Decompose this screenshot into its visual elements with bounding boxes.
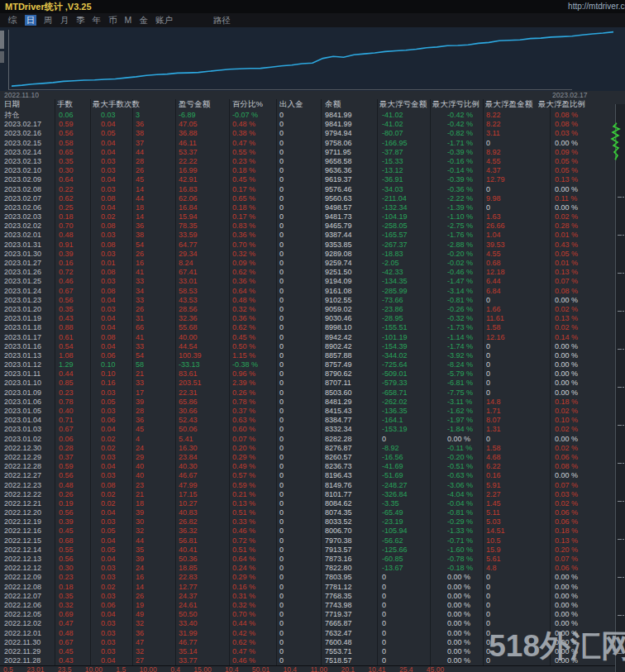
table-cell: 0.45 xyxy=(59,647,74,656)
column-header[interactable]: 最大浮盈比例 xyxy=(538,99,625,110)
table-row[interactable]: 2023.01.230.560.043343.530.48 %09102.55-… xyxy=(0,296,625,305)
menu-item-币[interactable]: 币 xyxy=(108,15,117,26)
table-row[interactable]: 2023.01.040.710.063652.430.63 %08384.77-… xyxy=(0,416,625,425)
column-header[interactable]: 最大浮盈金额 xyxy=(485,99,538,110)
table-row[interactable]: 2023.02.060.250.041816.840.18 %09498.57-… xyxy=(0,203,625,212)
table-row[interactable]: 2022.12.090.230.031622.830.29 %07803.950… xyxy=(0,573,625,582)
table-cell: 4.8 xyxy=(486,564,497,573)
table-cell: 0.08 xyxy=(101,481,116,490)
left-scroll-grip[interactable] xyxy=(0,31,4,49)
right-scrollbar-rail[interactable] xyxy=(615,104,625,672)
table-row[interactable]: 2022.12.120.300.032418.850.24 %07822.80-… xyxy=(0,564,625,573)
table-cell: -3.06 % xyxy=(447,481,473,490)
column-header[interactable]: 余额 xyxy=(325,99,375,110)
table-row[interactable]: 2023.01.200.350.032628.560.32 %09059.02-… xyxy=(0,305,625,314)
table-row[interactable]: 2022.12.190.390.033026.820.33 %08033.52-… xyxy=(0,517,625,527)
left-scroll-grip2[interactable] xyxy=(0,51,4,63)
table-row[interactable]: 2023.02.150.580.043746.110.47 %09758.06-… xyxy=(0,139,625,148)
vendor-url[interactable]: http://mtdriver.cn xyxy=(568,2,625,11)
menu-item-金[interactable]: 金 xyxy=(139,15,148,26)
table-row[interactable]: 2022.12.270.560.034046.670.57 %08196.43-… xyxy=(0,471,625,480)
menu-item-综[interactable]: 综 xyxy=(8,15,17,26)
table-cell: 12.77 xyxy=(179,583,198,592)
menu-item-月[interactable]: 月 xyxy=(60,15,69,26)
table-row[interactable]: 2022.12.160.450.053236.320.46 %08006.70-… xyxy=(0,527,625,536)
table-row[interactable]: 2023.01.060.780.053965.860.78 %08481.29-… xyxy=(0,398,625,407)
table-row[interactable]: 2022.12.130.560.043950.360.64 %07873.16-… xyxy=(0,555,625,564)
table-row[interactable]: 2022.12.290.370.032923.840.29 %08260.57-… xyxy=(0,453,625,462)
table-row[interactable]: 2022.12.050.690.044950.500.70 %07719.370… xyxy=(0,610,625,619)
table-row[interactable]: 2023.02.140.650.044453.370.55 %09711.95-… xyxy=(0,148,625,157)
table-cell: 0.07 % xyxy=(555,277,578,286)
table-row[interactable]: 2023.01.121.290.1058-33.13-0.38 %08757.4… xyxy=(0,360,625,369)
table-cell: 8282.28 xyxy=(325,435,352,444)
table-row[interactable]: 2023.01.310.910.085464.770.70 %09353.85-… xyxy=(0,241,625,250)
column-header[interactable]: 日期 xyxy=(4,99,54,110)
table-row[interactable]: 2023.02.100.300.032616.990.18 %09636.36-… xyxy=(0,166,625,175)
table-row[interactable]: 2023.01.250.460.033333.010.36 %09194.09-… xyxy=(0,277,625,286)
table-row[interactable]: 2022.12.230.480.082347.990.59 %08149.76-… xyxy=(0,481,625,490)
table-row[interactable]: 2023.02.080.220.031416.830.17 %09576.46-… xyxy=(0,185,625,194)
menu-item-路径[interactable]: 路径 xyxy=(213,15,231,26)
table-cell: 0 xyxy=(279,305,284,314)
table-row[interactable]: 2023.01.260.720.084167.410.62 %09251.50-… xyxy=(0,268,625,277)
table-row[interactable]: 2022.12.060.320.061924.610.32 %07743.980… xyxy=(0,601,625,610)
table-row[interactable]: 2022.12.200.560.043940.830.51 %08074.35-… xyxy=(0,508,625,517)
menu-item-M[interactable]: M xyxy=(125,15,132,26)
table-row[interactable]: 2023.01.131.080.0654100.391.15 %08857.88… xyxy=(0,351,625,360)
equity-chart[interactable] xyxy=(0,27,625,91)
table-row[interactable]: 2023.02.130.350.032822.220.23 %09658.58-… xyxy=(0,157,625,166)
table-row[interactable]: 2023.02.070.620.084462.060.65 %09560.63-… xyxy=(0,194,625,203)
column-header[interactable]: 手数 xyxy=(57,99,90,110)
table-row[interactable]: 2023.01.190.430.043132.360.36 %09030.46-… xyxy=(0,314,625,323)
table-row[interactable]: 2022.12.070.350.032624.370.31 %07768.350… xyxy=(0,592,625,601)
table-row[interactable]: 2022.12.220.260.022117.150.21 %08101.77-… xyxy=(0,490,625,499)
table-cell: 0.04 xyxy=(101,610,116,619)
table-row[interactable]: 2023.01.110.440.102183.610.96 %08790.62-… xyxy=(0,369,625,379)
table-row[interactable]: 2023.01.020.060.0245.410.07 %08282.2800.… xyxy=(0,435,625,444)
table-cell: 0.05 % xyxy=(555,157,578,166)
table-row[interactable]: 持仓0.060.033-6.89-0.07 %09841.99-41.02-0.… xyxy=(0,111,625,120)
table-row[interactable]: 2023.01.100.850.1633203.512.39 %08707.11… xyxy=(0,379,625,388)
table-row[interactable]: 2023.01.170.610.084140.000.45 %08942.42-… xyxy=(0,333,625,342)
menu-item-年[interactable]: 年 xyxy=(93,15,102,26)
table-row[interactable]: 2023.02.010.480.033833.590.36 %09387.44-… xyxy=(0,231,625,240)
menu-item-季[interactable]: 季 xyxy=(76,15,85,26)
table-row[interactable]: 2023.01.270.160.01168.240.09 %09259.74-2… xyxy=(0,259,625,268)
table-row[interactable]: 2022.12.080.180.021412.770.16 %07781.120… xyxy=(0,583,625,592)
table-row[interactable]: 2023.01.090.230.031722.310.26 %08503.60-… xyxy=(0,388,625,398)
menu-item-日[interactable]: 日 xyxy=(25,15,37,26)
column-header[interactable]: 最大浮亏比例 xyxy=(432,99,485,110)
table-cell: 6.84 xyxy=(486,287,501,296)
table-row[interactable]: 2023.01.300.390.032629.340.32 %09289.08-… xyxy=(0,250,625,259)
table-cell: 0.50 % xyxy=(232,342,255,351)
table-row[interactable]: 2023.02.090.640.044542.910.45 %09619.37-… xyxy=(0,175,625,184)
table-row[interactable]: 2022.12.210.190.021810.270.13 %08084.62-… xyxy=(0,499,625,508)
column-header[interactable]: 出入金 xyxy=(279,99,321,110)
table-cell: -3.11 % xyxy=(447,398,472,407)
table-row[interactable]: 2023.02.020.700.083678.350.83 %09465.79-… xyxy=(0,222,625,231)
column-header[interactable]: 最大手数次数 xyxy=(93,99,175,110)
table-row[interactable]: 2023.01.240.670.083458.530.64 %09161.08-… xyxy=(0,287,625,296)
table-row[interactable]: 2022.12.280.590.044040.300.49 %08236.73-… xyxy=(0,462,625,471)
table-row[interactable]: 2023.01.030.670.044550.060.60 %08332.34-… xyxy=(0,425,625,434)
menu-item-账户[interactable]: 账户 xyxy=(155,15,173,26)
menu-item-周[interactable]: 周 xyxy=(44,15,53,26)
table-row[interactable]: 2023.01.180.880.046655.680.62 %08998.10-… xyxy=(0,323,625,332)
column-header[interactable]: 最大浮亏金额 xyxy=(379,99,432,110)
table-cell: 0.35 xyxy=(59,305,74,314)
column-header[interactable]: 百分比% xyxy=(232,99,278,110)
table-row[interactable]: 2022.12.140.550.053540.410.51 %07913.57-… xyxy=(0,546,625,555)
table-row[interactable]: 2023.02.170.590.043647.050.48 %09841.99-… xyxy=(0,120,625,129)
table-row[interactable]: 2023.01.050.400.032830.660.37 %08415.43-… xyxy=(0,407,625,416)
table-row[interactable]: 2023.01.160.540.043344.540.50 %08902.42-… xyxy=(0,342,625,351)
table-row[interactable]: 2023.02.030.180.021415.940.17 %09481.73-… xyxy=(0,212,625,222)
table-row[interactable]: 2022.12.150.680.044456.810.72 %07970.38-… xyxy=(0,536,625,546)
table-cell: 8942.42 xyxy=(325,333,352,342)
table-cell: 64.77 xyxy=(179,241,198,250)
table-row[interactable]: 2022.12.300.280.022416.300.20 %08276.87-… xyxy=(0,444,625,453)
table-row[interactable]: 2023.02.160.560.053836.880.38 %09794.94-… xyxy=(0,129,625,138)
column-header[interactable]: 盈亏金额 xyxy=(179,99,228,110)
table-cell: 0 xyxy=(382,656,386,665)
table-cell: 0.54 xyxy=(59,342,74,351)
